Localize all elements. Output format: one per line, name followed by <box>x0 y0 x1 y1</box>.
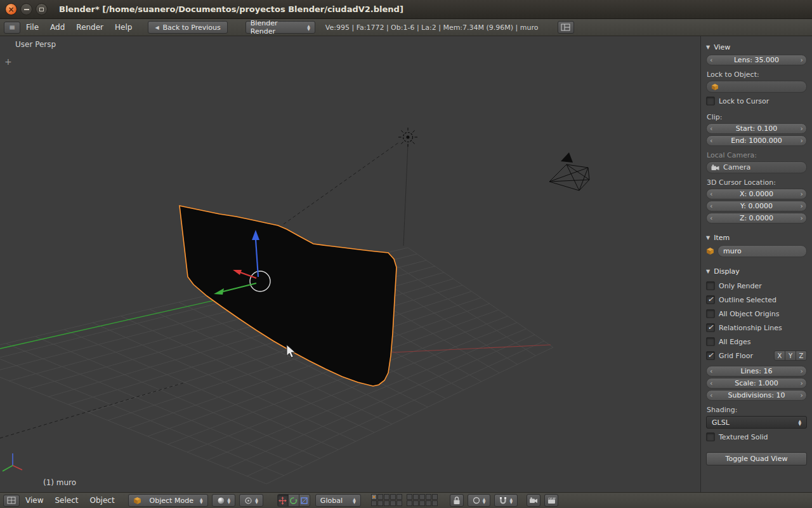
window-maximize-button[interactable] <box>36 3 48 15</box>
layer-toggle-1[interactable] <box>371 494 377 500</box>
slider-increment-icon[interactable]: › <box>801 368 803 375</box>
slider-increment-icon[interactable]: › <box>801 380 803 387</box>
window-minimize-button[interactable] <box>20 3 32 15</box>
layer-toggle-6[interactable] <box>407 494 412 500</box>
lock-to-object-field[interactable] <box>706 81 807 93</box>
transform-orientation-dropdown[interactable]: Global ▲▼ <box>315 494 361 507</box>
3d-view-editor-icon <box>7 497 16 504</box>
slider-increment-icon[interactable]: › <box>801 137 803 144</box>
textured-solid-row[interactable]: ✓ Textured Solid <box>706 430 807 444</box>
menu-file[interactable]: File <box>20 19 44 36</box>
layer-buttons <box>371 494 438 507</box>
layer-toggle-19[interactable] <box>426 500 431 506</box>
slider-increment-icon[interactable]: › <box>801 190 803 197</box>
only-render-checkbox[interactable]: ✓ <box>706 281 715 290</box>
slider-increment-icon[interactable]: › <box>801 125 803 132</box>
rotate-manipulator-toggle[interactable] <box>288 494 299 507</box>
pivot-point-dropdown[interactable]: ▲▼ <box>239 494 263 507</box>
menu-render[interactable]: Render <box>70 19 109 36</box>
layer-toggle-14[interactable] <box>390 500 396 506</box>
layer-toggle-17[interactable] <box>413 500 419 506</box>
grid-subdivisions-slider[interactable]: ‹ Subdivisions: 10 › <box>706 390 807 401</box>
grid-floor-checkbox[interactable]: ✓ <box>706 351 715 360</box>
clip-start-slider[interactable]: ‹ Start: 0.100 › <box>706 123 807 134</box>
object-name-field[interactable]: muro <box>717 245 807 257</box>
screen-layout-button[interactable] <box>558 21 574 34</box>
cursor-y-field[interactable]: ‹ Y: 0.0000 › <box>706 201 807 211</box>
slider-increment-icon[interactable]: › <box>801 392 803 399</box>
slider-increment-icon[interactable]: › <box>801 57 803 64</box>
snap-dropdown[interactable]: ▲▼ <box>494 494 518 507</box>
opengl-render-animation-button[interactable] <box>544 494 558 507</box>
display-section-header[interactable]: ▼ Display <box>706 267 807 276</box>
render-engine-dropdown[interactable]: Blender Render ▲▼ <box>246 21 315 34</box>
menu-view[interactable]: View <box>20 493 49 508</box>
local-camera-field[interactable]: Camera <box>706 161 807 173</box>
3d-viewport[interactable]: User Persp + (1) muro <box>0 36 700 492</box>
maximize-icon <box>39 8 44 11</box>
lock-to-scene-button[interactable] <box>450 494 464 507</box>
all-object-origins-checkbox[interactable]: ✓ <box>706 309 715 318</box>
layer-toggle-9[interactable] <box>426 494 431 500</box>
layer-toggle-5[interactable] <box>396 494 402 500</box>
layer-toggle-13[interactable] <box>384 500 390 506</box>
editor-type-info-button[interactable]: ≡ <box>4 22 20 34</box>
menu-add[interactable]: Add <box>44 19 70 36</box>
shading-label: Shading: <box>707 406 806 414</box>
layer-toggle-3[interactable] <box>384 494 390 500</box>
shading-mode-dropdown[interactable]: GLSL ▲▼ <box>706 416 807 429</box>
opengl-render-image-button[interactable] <box>527 494 540 507</box>
cursor-x-field[interactable]: ‹ X: 0.0000 › <box>706 189 807 199</box>
all-object-origins-row[interactable]: ✓ All Object Origins <box>706 307 807 321</box>
lock-to-cursor-checkbox[interactable]: ✓ <box>706 97 715 105</box>
window-close-button[interactable]: × <box>5 3 17 15</box>
interaction-mode-dropdown[interactable]: Object Mode ▲▼ <box>128 494 208 507</box>
axis-x-toggle[interactable]: X <box>774 351 785 361</box>
clip-end-slider[interactable]: ‹ End: 1000.000 › <box>706 135 807 146</box>
slider-increment-icon[interactable]: › <box>801 215 803 222</box>
layer-toggle-16[interactable] <box>407 500 412 506</box>
dropdown-arrows-icon: ▲▼ <box>200 497 203 504</box>
viewport-shading-dropdown[interactable]: ▲▼ <box>212 494 236 507</box>
layer-toggle-4[interactable] <box>390 494 396 500</box>
layer-toggle-8[interactable] <box>419 494 425 500</box>
axis-z-toggle[interactable]: Z <box>796 351 807 361</box>
scale-manipulator-toggle[interactable] <box>299 494 310 507</box>
menu-help[interactable]: Help <box>109 19 138 36</box>
relationship-lines-row[interactable]: ✓ Relationship Lines <box>706 321 807 335</box>
translate-manipulator-toggle[interactable] <box>277 494 289 507</box>
back-to-previous-button[interactable]: ◀ Back to Previous <box>148 21 227 34</box>
axis-y-toggle[interactable]: Y <box>785 351 796 361</box>
layer-toggle-18[interactable] <box>419 500 425 506</box>
item-section-header[interactable]: ▼ Item <box>706 234 807 242</box>
layer-toggle-2[interactable] <box>377 494 383 500</box>
all-edges-checkbox[interactable]: ✓ <box>706 337 715 346</box>
view-section-header[interactable]: ▼ View <box>706 43 807 51</box>
layer-toggle-15[interactable] <box>396 500 402 506</box>
outline-selected-row[interactable]: ✓ Outline Selected <box>706 293 807 307</box>
cursor-z-field[interactable]: ‹ Z: 0.0000 › <box>706 213 807 224</box>
layer-toggle-20[interactable] <box>432 500 438 506</box>
lamp-object[interactable] <box>398 128 417 147</box>
all-edges-row[interactable]: ✓ All Edges <box>706 335 807 349</box>
menu-select[interactable]: Select <box>49 493 84 508</box>
editor-type-3dview-button[interactable] <box>3 495 20 507</box>
proportional-edit-icon <box>473 497 480 504</box>
lock-to-cursor-row[interactable]: ✓ Lock to Cursor <box>706 94 807 108</box>
toggle-quad-view-button[interactable]: Toggle Quad View <box>706 452 807 465</box>
textured-solid-checkbox[interactable]: ✓ <box>706 432 715 441</box>
layer-toggle-12[interactable] <box>377 500 383 506</box>
lens-slider[interactable]: ‹ Lens: 35.000 › <box>706 55 807 65</box>
grid-lines-slider[interactable]: ‹ Lines: 16 › <box>706 366 807 377</box>
outline-selected-checkbox[interactable]: ✓ <box>706 295 715 304</box>
relationship-lines-checkbox[interactable]: ✓ <box>706 323 715 332</box>
grid-floor-row[interactable]: ✓ Grid Floor X Y Z <box>706 349 807 363</box>
layer-toggle-7[interactable] <box>413 494 419 500</box>
menu-object[interactable]: Object <box>84 493 121 508</box>
slider-increment-icon[interactable]: › <box>801 203 803 210</box>
proportional-edit-dropdown[interactable]: ▲▼ <box>468 494 491 507</box>
layer-toggle-10[interactable] <box>432 494 438 500</box>
layer-toggle-11[interactable] <box>371 500 377 506</box>
grid-scale-slider[interactable]: ‹ Scale: 1.000 › <box>706 378 807 389</box>
only-render-row[interactable]: ✓ Only Render <box>706 279 807 293</box>
